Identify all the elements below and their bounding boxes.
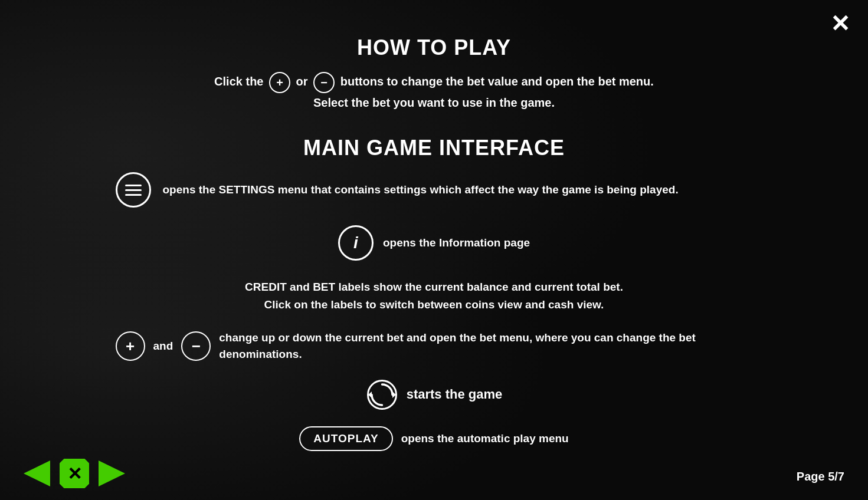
line2-text: Select the bet you want to use in the ga…	[313, 96, 555, 109]
credit-bet-description: CREDIT and BET labels show the current b…	[116, 278, 753, 314]
line1-end-text: buttons to change the bet value and open…	[340, 75, 654, 88]
credit-bet-line1: CREDIT and BET labels show the current b…	[245, 281, 623, 293]
spin-row: starts the game	[116, 379, 753, 411]
how-to-play-title: HOW TO PLAY	[116, 35, 753, 60]
hamburger-line-1	[125, 185, 142, 186]
hamburger-line-2	[125, 189, 142, 191]
credit-bet-line2: Click on the labels to switch between co…	[264, 298, 604, 311]
settings-text: opens the SETTINGS menu that contains se…	[163, 182, 679, 199]
minus-circle-icon: −	[181, 331, 211, 361]
how-to-play-description: Click the + or − buttons to change the b…	[116, 72, 753, 112]
spin-icon	[366, 379, 398, 411]
main-content: HOW TO PLAY Click the + or − buttons to …	[80, 0, 788, 469]
and-text: and	[153, 340, 173, 353]
info-icon: i	[338, 225, 374, 261]
autoplay-text: opens the automatic play menu	[401, 432, 569, 445]
spin-text: starts the game	[407, 387, 503, 402]
plus-minus-text: change up or down the current bet and op…	[219, 330, 752, 363]
settings-row: opens the SETTINGS menu that contains se…	[116, 172, 753, 208]
hamburger-line-3	[125, 194, 142, 196]
main-interface-title: MAIN GAME INTERFACE	[116, 136, 753, 160]
or-text: or	[296, 75, 308, 88]
minus-icon-inline: −	[313, 72, 335, 93]
autoplay-row: AUTOPLAY opens the automatic play menu	[116, 426, 753, 451]
hamburger-icon	[116, 172, 151, 208]
info-text: opens the Information page	[383, 235, 530, 252]
autoplay-button-label: AUTOPLAY	[299, 426, 392, 451]
click-the-text: Click the	[214, 75, 263, 88]
prev-page-button[interactable]	[24, 460, 50, 486]
close-button[interactable]: ✕	[830, 12, 850, 35]
info-row: i opens the Information page	[116, 225, 753, 261]
plus-circle-icon: +	[116, 331, 145, 361]
plus-icon-inline: +	[269, 72, 290, 93]
page-indicator: Page 5/7	[797, 470, 844, 483]
plus-minus-row: + and − change up or down the current be…	[116, 330, 753, 363]
main-interface-section: MAIN GAME INTERFACE opens the SETTINGS m…	[116, 136, 753, 451]
